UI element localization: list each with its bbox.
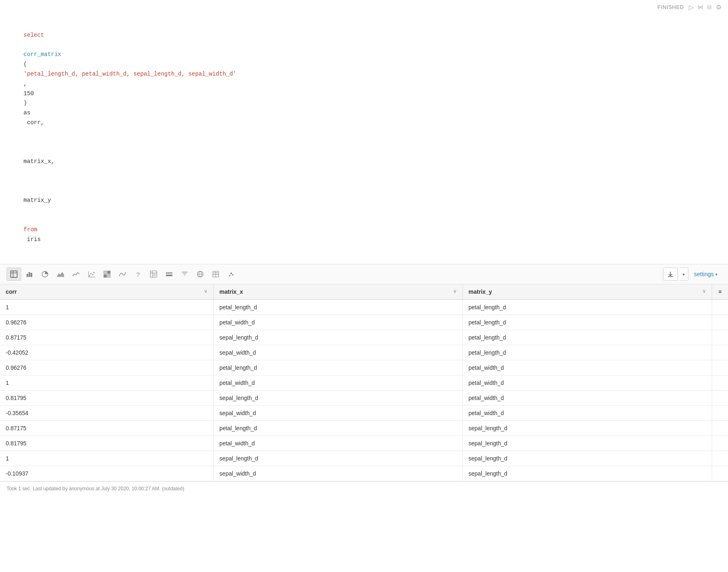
svg-rect-21 [166,272,172,274]
col-filter-corr[interactable]: ∨ [204,288,208,294]
cell-menu [712,466,728,481]
finished-status: FINISHED [657,4,684,10]
cell-matrix-x: sepal_length_d [214,391,463,406]
svg-rect-15 [104,275,107,277]
top-bar-icons: ▷ ⋈ ⊟ ⚙ [689,3,721,11]
cell-matrix-y: sepal_length_d [462,466,712,481]
svg-rect-20 [153,273,157,277]
code-line-4: from iris [10,215,718,254]
download-button[interactable] [663,268,678,281]
status-bar: Took 1 sec. Last updated by anonymous at… [0,481,728,496]
cell-matrix-y: petal_width_d [462,406,712,421]
function-name: corr_matrix [24,51,61,58]
col-header-menu[interactable]: ≡ [712,284,728,299]
toolbar-btn-column[interactable] [162,268,176,281]
table-row: -0.35654sepal_width_dpetal_width_d [0,406,728,421]
cell-corr: 0.96276 [0,360,214,375]
toolbar-btn-map1[interactable] [193,268,208,281]
toolbar-btn-line[interactable] [69,268,83,281]
cell-menu [712,360,728,375]
toolbar-btn-help[interactable]: ? [131,268,145,281]
toolbar-btn-custom[interactable] [224,268,239,281]
map1-icon [197,270,204,278]
num-arg: 150 [24,90,34,97]
cell-matrix-x: sepal_width_d [214,345,463,360]
cell-menu [712,391,728,406]
svg-rect-3 [27,274,28,277]
toolbar-btn-scatter[interactable] [84,268,99,281]
svg-rect-4 [29,272,30,277]
svg-line-33 [230,273,231,276]
table-row: -0.42052sepal_width_dpetal_length_d [0,345,728,360]
cell-corr: 1 [0,375,214,391]
cell-matrix-y: sepal_length_d [462,421,712,436]
cell-menu [712,345,728,360]
code-line-1: select corr_matrix ( 'petal_length_d, pe… [10,21,718,138]
cell-matrix-x: petal_length_d [214,360,463,375]
col-filter-matrix-y[interactable]: ∨ [702,288,706,294]
menu-icon: ≡ [718,288,721,295]
toolbar-btn-table[interactable] [7,268,21,281]
settings-button[interactable]: settings ▾ [690,269,721,279]
cell-matrix-x: petal_width_d [214,315,463,330]
cell-matrix-y: sepal_length_d [462,436,712,451]
toolbar-btn-bar[interactable] [22,268,37,281]
toolbar-btn-pie[interactable] [38,268,52,281]
toolbar-btn-map2[interactable] [208,268,223,281]
table-row: 1sepal_length_dsepal_length_d [0,451,728,466]
col-header-corr[interactable]: corr ∨ [0,284,214,299]
col-label-corr: corr [6,288,17,295]
table-icon [10,270,18,278]
cell-matrix-x: sepal_width_d [214,406,463,421]
table-row: -0.10937sepal_width_dsepal_length_d [0,466,728,481]
table-row: 0.87175sepal_length_dpetal_length_d [0,330,728,345]
svg-point-7 [89,275,90,277]
col-label-matrix-y: matrix_y [469,288,492,295]
table-row: 0.87175petal_length_dsepal_length_d [0,421,728,436]
cell-menu [712,421,728,436]
col-header-matrix-x[interactable]: matrix_x ∨ [214,284,463,299]
cell-menu [712,406,728,421]
area-chart-icon [57,270,64,278]
svg-rect-22 [166,275,172,276]
cell-matrix-y: petal_width_d [462,375,712,391]
toolbar-btn-funnel[interactable] [177,268,192,281]
code-editor[interactable]: select corr_matrix ( 'petal_length_d, pe… [0,14,728,264]
svg-rect-0 [11,271,17,277]
cell-menu [712,375,728,391]
custom-icon [228,270,235,278]
run-icon[interactable]: ▷ [689,3,694,11]
cell-corr: 0.87175 [0,330,214,345]
cell-matrix-y: petal_length_d [462,345,712,360]
curve-chart-icon [119,270,126,278]
download-caret-button[interactable]: ▾ [679,268,688,281]
col-label-matrix-x: matrix_x [219,288,243,295]
toolbar-btn-curve[interactable] [115,268,130,281]
keyword-select: select [24,32,44,38]
cell-menu [712,315,728,330]
col-header-matrix-y[interactable]: matrix_y ∨ [462,284,712,299]
cell-corr: -0.35654 [0,406,214,421]
toolbar-btn-heatmap[interactable] [100,268,114,281]
top-bar: FINISHED ▷ ⋈ ⊟ ⚙ [0,0,728,14]
toolbar-btn-pivot[interactable] [146,268,161,281]
svg-point-8 [91,273,92,275]
code-line-2: matrix_x, [10,138,718,177]
table-view-icon[interactable]: ⊟ [707,4,712,10]
svg-rect-13 [104,271,107,274]
settings-gear-icon[interactable]: ⚙ [716,3,721,11]
bar-chart-icon [26,270,33,278]
keyword-from: from [24,226,38,233]
cell-corr: 1 [0,299,214,315]
map2-icon [212,270,219,278]
svg-rect-14 [107,271,110,274]
caret-icon: ▾ [683,272,685,277]
col-filter-matrix-x[interactable]: ∨ [453,288,457,294]
toolbar-btn-area[interactable] [53,268,68,281]
split-icon[interactable]: ⋈ [698,4,703,10]
cell-menu [712,330,728,345]
scatter-chart-icon [88,270,95,278]
line-chart-icon [72,270,80,278]
cell-menu [712,451,728,466]
pie-chart-icon [41,270,49,278]
